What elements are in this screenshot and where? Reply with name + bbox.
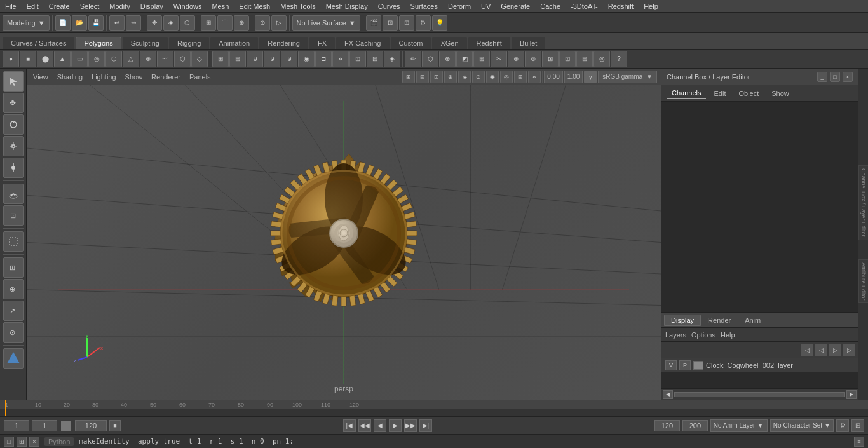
go-start-btn[interactable]: |◀ [343,419,356,432]
mirror-btn[interactable]: ⊐ [315,51,332,67]
display-tab[interactable]: Display [664,315,701,326]
no-live-surface-dropdown[interactable]: No Live Surface ▼ [292,15,360,31]
render-settings-btn[interactable]: ⚙ [416,15,431,31]
vp-icon5[interactable]: ◈ [458,71,471,83]
ws-tab-bullet[interactable]: Bullet [512,37,546,49]
ws-tab-fx[interactable]: FX [309,37,335,49]
layer-fwd-btn[interactable]: ▷ [829,344,841,356]
undo-btn[interactable]: ↩ [109,15,125,31]
vp-icon10[interactable]: ⋄ [528,71,541,83]
shading-menu[interactable]: Shading [55,72,85,82]
frame-current-input[interactable] [32,420,57,431]
save-scene-btn[interactable]: 💾 [88,15,104,31]
bevel-btn[interactable]: ⋄ [332,51,349,67]
snap-grid-btn[interactable]: ⊞ [201,15,216,31]
object-tab[interactable]: Object [733,88,764,98]
vp-icon2[interactable]: ⊟ [416,71,429,83]
anim-end-input[interactable] [682,420,708,431]
menu-generate[interactable]: Generate [496,1,535,11]
prism-btn[interactable]: ⬡ [105,51,122,67]
ipr-btn[interactable]: ⊡ [399,15,414,31]
redo-btn[interactable]: ↪ [126,15,141,31]
show-tab[interactable]: Show [766,88,794,98]
light-editor-btn[interactable]: 💡 [432,15,447,31]
panels-menu[interactable]: Panels [187,72,214,82]
fill-btn[interactable]: ◈ [384,51,400,67]
cylinder-btn[interactable]: ⬤ [37,51,53,67]
arrow-btn[interactable]: ↗ [3,301,24,321]
combine-btn[interactable]: ⊌ [247,51,263,67]
maya-icon-btn[interactable] [3,348,24,369]
menu-edit-mesh[interactable]: Edit Mesh [234,1,275,11]
scroll-thumb[interactable] [674,392,845,397]
merge-btn[interactable]: ⊞ [212,51,229,67]
ws-tab-fx-caching[interactable]: FX Caching [336,37,389,49]
paint-btn[interactable]: ⬡ [180,15,195,31]
range-end-lock[interactable]: ■ [109,420,121,431]
frame-start-input[interactable] [4,420,29,431]
menu-modify[interactable]: Modify [104,1,135,11]
panel-icon[interactable]: ⊞ [17,437,27,447]
menu-uv[interactable]: UV [476,1,496,11]
new-scene-btn[interactable]: 📄 [55,15,71,31]
ws-tab-xgen[interactable]: XGen [432,37,466,49]
soccer-btn[interactable]: ⬡ [174,51,191,67]
layer-add-btn[interactable]: ◁ [801,344,813,356]
script-editor-btn[interactable]: ≡ [854,437,864,447]
crease-btn[interactable]: ⊕ [439,51,456,67]
show-menu[interactable]: Show [123,72,146,82]
vp-icon8[interactable]: ◎ [500,71,513,83]
vp-icon7[interactable]: ◉ [486,71,499,83]
menu-redshift[interactable]: Redshift [603,1,639,11]
vp-icon3[interactable]: ⊡ [430,71,443,83]
view-menu[interactable]: View [31,72,51,82]
menu-help[interactable]: Help [639,1,663,11]
scroll-right-btn[interactable]: ▶ [846,390,857,399]
menu-display[interactable]: Display [135,1,168,11]
menu-surfaces[interactable]: Surfaces [405,1,443,11]
step-back-btn[interactable]: ◀◀ [358,419,371,432]
render-tab[interactable]: Render [701,315,738,326]
move-btn[interactable]: ✥ [3,93,24,113]
vp-icon6[interactable]: ⊙ [472,71,485,83]
torus-btn[interactable]: ◎ [88,51,105,67]
scale-btn[interactable] [3,136,24,156]
range-start2-input[interactable] [654,420,680,431]
play-btn[interactable]: ▶ [389,419,402,432]
snap-btn[interactable]: ⊞ [3,257,24,278]
select-tool-btn[interactable]: ✥ [147,15,162,31]
viewport[interactable]: View Shading Lighting Show Renderer Pane… [27,69,661,400]
extrude-btn[interactable]: ⊡ [349,51,366,67]
layers-menu-item[interactable]: Layers [665,331,686,339]
slide-btn[interactable]: ⊟ [576,51,593,67]
retopo-btn[interactable]: ◩ [456,51,473,67]
sphere-btn[interactable]: ● [3,51,19,67]
layer-end-btn[interactable]: ▷ [843,344,855,356]
multi-cut-btn[interactable]: ⊕ [508,51,524,67]
plane-btn[interactable]: ▭ [71,51,88,67]
layer-playback-btn[interactable]: P [679,360,691,370]
anim-extra-btn[interactable]: ⊞ [851,419,864,432]
anim-prefs-btn[interactable]: ⚙ [836,419,849,432]
next-frame-btn[interactable]: ▶▶ [404,419,417,432]
viewport-canvas[interactable]: x y z persp [27,85,661,400]
menu-cache[interactable]: Cache [535,1,566,11]
close-icon[interactable]: × [29,437,39,447]
no-char-set-dropdown[interactable]: No Character Set ▼ [770,419,834,432]
conform-btn[interactable]: ⊎ [281,51,297,67]
render-seq-btn[interactable]: ⊡ [383,15,398,31]
window-icon[interactable]: □ [4,437,14,447]
scroll-left-btn[interactable]: ◀ [663,390,673,399]
go-end-btn[interactable]: ▶| [419,419,432,432]
separate-btn[interactable]: ⊍ [264,51,280,67]
smooth-btn[interactable]: ◉ [298,51,315,67]
snap-curve-btn[interactable]: ⌒ [217,15,233,31]
no-anim-layer-dropdown[interactable]: No Anim Layer ▼ [710,419,768,432]
ws-tab-rendering[interactable]: Rendering [259,37,308,49]
insert-btn[interactable]: ⊞ [473,51,490,67]
render-btn[interactable]: ▷ [271,15,287,31]
layers-scrollbar[interactable]: ◀ ▶ [661,388,858,400]
renderer-menu[interactable]: Renderer [149,72,183,82]
channels-tab[interactable]: Channels [667,88,706,99]
lasso-left-btn[interactable] [3,231,24,252]
